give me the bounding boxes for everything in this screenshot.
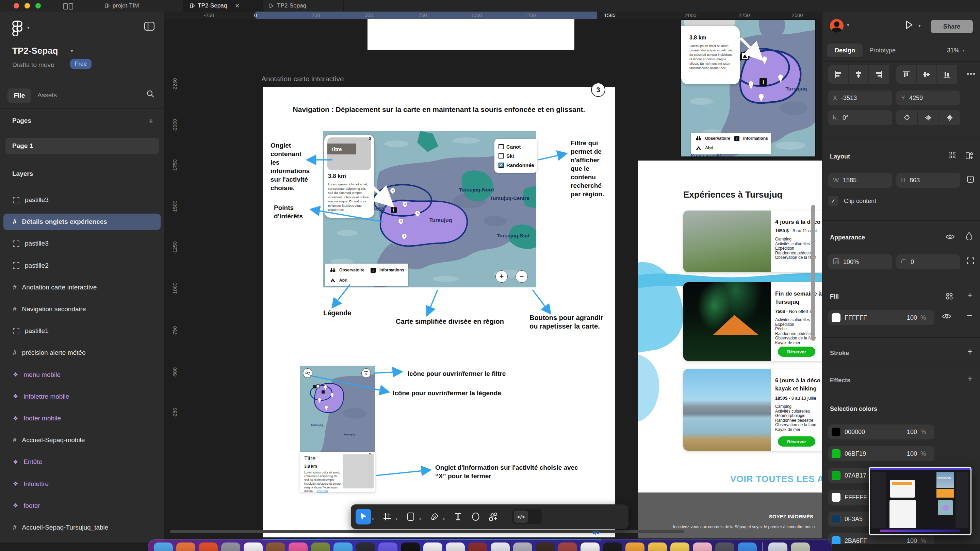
- tab-switcher-icon[interactable]: [63, 3, 74, 11]
- selection-color-000000[interactable]: 000000100%: [828, 424, 934, 440]
- fill-hex[interactable]: FFFFFF: [845, 314, 867, 321]
- dev-handle-icon[interactable]: </>: [592, 529, 600, 537]
- dock-app-icon[interactable]: [154, 543, 173, 551]
- pct-value[interactable]: 100: [907, 537, 917, 545]
- dock-app-icon[interactable]: [243, 543, 263, 551]
- dock-app-icon[interactable]: [311, 543, 330, 551]
- dock-app-icon[interactable]: [536, 543, 555, 551]
- tab-design[interactable]: Design: [827, 43, 862, 57]
- add-effect-icon[interactable]: +: [967, 373, 972, 384]
- align-center-h-icon[interactable]: [849, 65, 869, 84]
- present-play-icon[interactable]: [905, 21, 913, 30]
- dock[interactable]: [148, 540, 832, 551]
- reserve-button[interactable]: Réserver: [778, 346, 815, 357]
- experience-card[interactable]: 4 jours à la déco1650 $ - 8 au 11 aoûtCa…: [683, 211, 822, 272]
- artboard-map-detail[interactable]: i Umiujaq Tursujuq 3.8 km Lorem ipsum do…: [680, 19, 816, 157]
- pen-tool-chevron-icon[interactable]: ▾: [443, 517, 445, 521]
- page-item-page1[interactable]: Page 1: [5, 138, 159, 154]
- checkbox-checked-icon[interactable]: ✓: [498, 163, 504, 168]
- experience-card[interactable]: Fin de semaine àTursujuq750$ - Non offer…: [683, 282, 822, 361]
- figma-logo-icon[interactable]: [11, 21, 23, 36]
- color-swatch[interactable]: [832, 514, 840, 524]
- width-input[interactable]: W1585: [828, 173, 892, 188]
- blend-droplet-icon[interactable]: [966, 232, 972, 241]
- map-zoom-in-button[interactable]: +: [495, 270, 508, 283]
- color-swatch[interactable]: [832, 449, 840, 458]
- close-tab-icon[interactable]: ✕: [235, 2, 240, 10]
- dock-app-icon[interactable]: [768, 543, 788, 551]
- prototype-tab-tp2-sepaq[interactable]: TP2-Sepaq: [263, 0, 344, 11]
- reserve-button[interactable]: Réserver: [778, 437, 815, 446]
- artboard-top-partial[interactable]: [368, 19, 574, 50]
- layer-item-ent-te[interactable]: ❖Entête: [0, 454, 164, 470]
- auto-layout-icon[interactable]: [966, 152, 973, 161]
- dev-mode-toggle[interactable]: </>: [512, 509, 542, 524]
- mobile-filter-toggle-icon[interactable]: [361, 368, 371, 378]
- pct-value[interactable]: 100: [907, 429, 917, 436]
- dock-app-icon[interactable]: [558, 543, 577, 551]
- align-right-icon[interactable]: [869, 65, 889, 84]
- canvas-horizontal-scrollbar[interactable]: [170, 530, 684, 533]
- dock-app-icon[interactable]: [513, 543, 532, 551]
- filter-option-ski[interactable]: Ski: [498, 151, 537, 160]
- align-left-icon[interactable]: [828, 65, 848, 84]
- shrink-to-fit-icon[interactable]: [949, 152, 956, 160]
- selection-color-06BF19[interactable]: 06BF19100%: [828, 446, 934, 461]
- height-input[interactable]: H863: [896, 173, 960, 188]
- dock-app-icon[interactable]: [446, 543, 465, 551]
- present-chevron-icon[interactable]: ▾: [918, 23, 921, 28]
- frame-tool-icon[interactable]: [379, 509, 395, 524]
- tab-assets[interactable]: Assets: [37, 92, 57, 99]
- search-icon[interactable]: [146, 90, 154, 99]
- experiences-scrollbar[interactable]: [811, 205, 815, 341]
- x-position-input[interactable]: X-3513: [828, 91, 892, 105]
- toggle-sidebar-icon[interactable]: [144, 22, 154, 32]
- rotation-input[interactable]: 0°: [828, 110, 892, 125]
- popup-close-icon[interactable]: X: [369, 136, 372, 141]
- color-hex[interactable]: 2BA6FF: [845, 537, 867, 545]
- mobile-legend-toggle-icon[interactable]: [303, 368, 312, 378]
- color-swatch[interactable]: [832, 537, 840, 544]
- close-window-button[interactable]: [14, 3, 19, 8]
- move-tool-icon[interactable]: [356, 509, 371, 524]
- layer-item-accueil-sepaq-mobile[interactable]: #Accueil-Sepaq-mobile: [0, 432, 164, 448]
- layer-item-pastille3[interactable]: pastille3: [0, 192, 164, 208]
- activity-popup[interactable]: Titre X 3.8 km Lorem ipsum dolor sit ame…: [324, 135, 374, 218]
- mobile-map[interactable]: Umiujaq Tursujuq: [300, 366, 375, 452]
- flip-vertical-icon[interactable]: [939, 110, 960, 125]
- layer-item-navigation-secondaire[interactable]: #Navigation secondaire: [0, 301, 164, 318]
- mobile-info-panel[interactable]: X Titre 3.8 km Lorem ipsum dolor sit ame…: [300, 452, 375, 492]
- detail-popup[interactable]: 3.8 km Lorem ipsum dolor sit amet, conse…: [681, 26, 740, 84]
- layer-item-pastille3[interactable]: pastille3: [0, 235, 164, 252]
- checkbox-unchecked-icon[interactable]: [498, 144, 504, 149]
- dock-app-icon[interactable]: [468, 543, 487, 551]
- fill-styles-icon[interactable]: [946, 292, 953, 301]
- eye-icon[interactable]: [946, 233, 955, 241]
- rectangle-tool-icon[interactable]: [403, 509, 418, 524]
- artboard-experiences[interactable]: Expériences à Tursujuq 4 jours à la déco…: [638, 160, 822, 538]
- frame-title-label[interactable]: Anotation carte interactive: [261, 75, 344, 83]
- fill-pct[interactable]: 100: [907, 314, 917, 321]
- align-top-icon[interactable]: [896, 65, 916, 84]
- zoom-level[interactable]: 31%▾: [947, 43, 965, 57]
- file-name[interactable]: TP2-Sepaq: [12, 46, 58, 56]
- dock-app-icon[interactable]: [715, 543, 734, 551]
- avatar-chevron-icon[interactable]: ▾: [847, 22, 850, 27]
- logo-chevron-icon[interactable]: ▾: [27, 25, 30, 30]
- color-hex[interactable]: FFFFFF: [845, 494, 867, 501]
- map-zoom-out-button[interactable]: −: [515, 270, 528, 283]
- clip-content-checkbox[interactable]: ✓: [828, 196, 838, 206]
- color-hex[interactable]: 0F3A5: [845, 516, 862, 523]
- dock-app-icon[interactable]: [625, 543, 644, 551]
- add-stroke-icon[interactable]: +: [967, 346, 972, 357]
- layer-item-pastille2[interactable]: pastille2: [0, 257, 164, 274]
- layer-item-pr-cision-alerte-m-t-o[interactable]: #précision alerte météo: [0, 345, 164, 361]
- fill-swatch[interactable]: [832, 313, 840, 322]
- dock-app-icon[interactable]: [356, 543, 375, 551]
- add-page-icon[interactable]: +: [148, 116, 153, 126]
- screenshot-preview[interactable]: TURSUJUQ: [869, 467, 972, 535]
- align-bottom-icon[interactable]: [937, 65, 957, 84]
- see-all-link[interactable]: VOIR TOUTES LES AC: [730, 474, 822, 484]
- rectangle-tool-chevron-icon[interactable]: ▾: [419, 517, 421, 521]
- avatar[interactable]: [830, 19, 843, 33]
